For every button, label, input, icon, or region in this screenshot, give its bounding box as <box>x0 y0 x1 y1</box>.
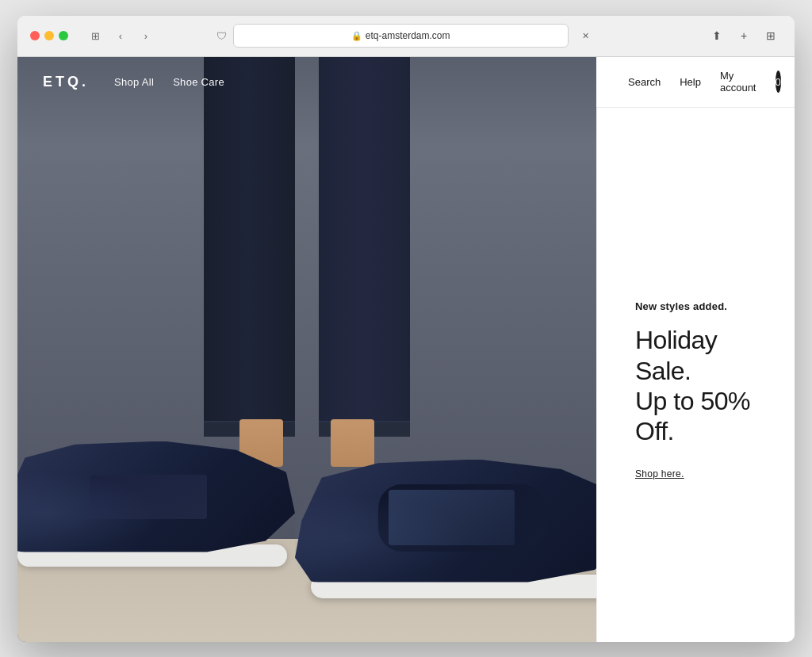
promo-title-line2: Up to 50% Off. <box>635 387 750 445</box>
maximize-button[interactable] <box>59 31 68 40</box>
browser-actions: ⬆ + ⊞ <box>706 25 782 47</box>
lock-icon: 🔒 <box>351 31 362 41</box>
promo-cta-link[interactable]: Shop here. <box>635 468 684 479</box>
pant-right <box>319 57 410 437</box>
forward-button[interactable]: › <box>135 25 157 47</box>
brand-logo[interactable]: ETQ. <box>43 74 89 90</box>
browser-chrome: ⊞ ‹ › 🛡 🔒 etq-amsterdam.com ✕ ⬆ + ⊞ <box>17 16 795 57</box>
cart-button[interactable]: 0 <box>776 71 781 93</box>
shoe-left-suede <box>17 473 160 552</box>
main-content: New styles added. Holiday Sale. Up to 50… <box>17 57 795 642</box>
security-icon: 🛡 <box>216 30 227 42</box>
nav-help-link[interactable]: Help <box>680 76 701 88</box>
url-input[interactable]: 🔒 etq-amsterdam.com <box>233 24 569 48</box>
nav-link-shoe-care[interactable]: Shoe Care <box>173 76 224 88</box>
share-button[interactable]: ⬆ <box>706 25 728 47</box>
browser-window: ⊞ ‹ › 🛡 🔒 etq-amsterdam.com ✕ ⬆ + ⊞ ETQ. <box>17 16 795 642</box>
nav-links: Shop All Shoe Care <box>114 76 224 88</box>
promo-content: New styles added. Holiday Sale. Up to 50… <box>635 269 763 480</box>
nav-account-link[interactable]: My account <box>720 70 756 94</box>
website-content: ETQ. Shop All Shoe Care Search Help My a… <box>17 57 795 642</box>
nav-link-shop-all[interactable]: Shop All <box>114 76 154 88</box>
minimize-button[interactable] <box>44 31 54 40</box>
traffic-lights <box>30 31 68 40</box>
tab-overview-button[interactable]: ⊞ <box>760 25 782 47</box>
nav-left: ETQ. Shop All Shoe Care <box>43 74 224 90</box>
pant-left <box>204 57 295 437</box>
promo-subtitle: New styles added. <box>635 300 763 312</box>
nav-search-link[interactable]: Search <box>628 76 661 88</box>
close-button[interactable] <box>30 31 40 40</box>
browser-controls: ⊞ ‹ › <box>84 25 157 47</box>
right-panel: New styles added. Holiday Sale. Up to 50… <box>596 57 795 642</box>
promo-title: Holiday Sale. Up to 50% Off. <box>635 325 763 447</box>
sidebar-toggle-button[interactable]: ⊞ <box>84 25 106 47</box>
shoe-right-suede <box>295 495 469 583</box>
close-tab-button[interactable]: ✕ <box>575 25 597 47</box>
address-bar: 🛡 🔒 etq-amsterdam.com ✕ <box>216 24 597 48</box>
new-tab-button[interactable]: + <box>733 25 755 47</box>
hero-image <box>17 57 596 642</box>
shoe-right <box>295 456 596 598</box>
pants-area <box>188 57 426 437</box>
nav-right-panel: Search Help My account 0 <box>596 57 795 108</box>
nav-hero-area: ETQ. Shop All Shoe Care <box>17 57 596 108</box>
url-text: etq-amsterdam.com <box>366 30 450 41</box>
promo-title-line1: Holiday Sale. <box>635 326 717 384</box>
shoe-left <box>17 436 311 567</box>
back-button[interactable]: ‹ <box>109 25 132 47</box>
